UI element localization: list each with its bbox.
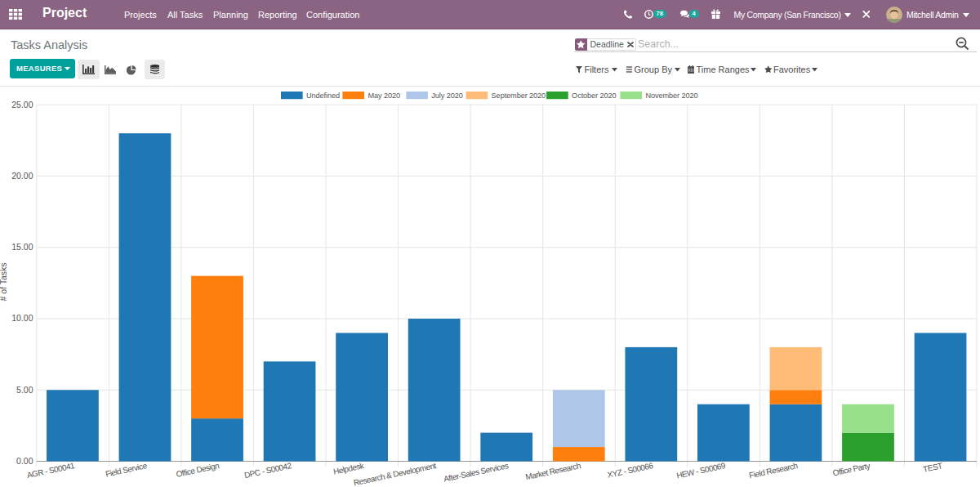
svg-text:Office Design: Office Design xyxy=(176,461,220,479)
svg-text:Helpdesk: Helpdesk xyxy=(332,461,366,476)
svg-text:May 2020: May 2020 xyxy=(368,92,400,100)
svg-text:AGR - S00041: AGR - S00041 xyxy=(26,461,76,480)
svg-text:Undefined: Undefined xyxy=(306,92,340,100)
svg-text:DPC - S00042: DPC - S00042 xyxy=(243,461,292,480)
svg-text:# of Tasks: # of Tasks xyxy=(0,262,8,301)
svg-text:XYZ - S00066: XYZ - S00066 xyxy=(607,461,655,480)
svg-text:November 2020: November 2020 xyxy=(645,92,697,100)
svg-text:25.00: 25.00 xyxy=(11,100,33,109)
svg-text:Market Research: Market Research xyxy=(524,461,581,481)
svg-text:Field Research: Field Research xyxy=(748,461,798,480)
svg-text:15.00: 15.00 xyxy=(11,242,33,252)
svg-text:October 2020: October 2020 xyxy=(572,92,616,100)
svg-text:September 2020: September 2020 xyxy=(492,92,546,100)
svg-text:10.00: 10.00 xyxy=(11,313,33,323)
svg-text:20.00: 20.00 xyxy=(11,171,33,181)
svg-text:TEST: TEST xyxy=(922,461,943,474)
svg-text:After-Sales Services: After-Sales Services xyxy=(443,461,510,484)
svg-text:5.00: 5.00 xyxy=(16,385,33,395)
svg-text:Field Service: Field Service xyxy=(105,461,148,479)
svg-text:HEW - S00069: HEW - S00069 xyxy=(675,461,727,480)
svg-text:July 2020: July 2020 xyxy=(431,92,462,100)
svg-text:Office Party: Office Party xyxy=(832,461,871,477)
svg-text:Research & Development: Research & Development xyxy=(353,461,438,487)
svg-text:0.00: 0.00 xyxy=(16,456,33,466)
